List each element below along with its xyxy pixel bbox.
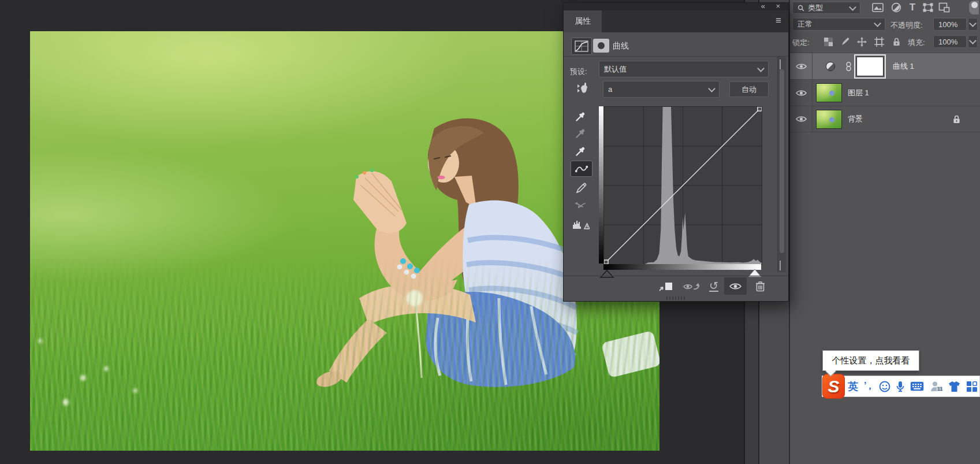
- fill-label: 填充:: [908, 38, 925, 48]
- sogou-logo-letter: S: [828, 377, 839, 396]
- blend-mode-value: 正常: [798, 19, 813, 29]
- filter-text-letter: T: [910, 2, 915, 13]
- layer-filter-dropdown[interactable]: 类型: [792, 2, 860, 14]
- chevron-down-icon: [874, 20, 881, 27]
- visibility-toggle[interactable]: [790, 53, 813, 79]
- black-point-eyedropper[interactable]: [571, 109, 591, 124]
- filter-pixel-layer-icon[interactable]: [871, 1, 885, 14]
- layer-name[interactable]: 曲线 1: [893, 61, 914, 72]
- fill-value: 100%: [938, 38, 957, 46]
- opacity-dropdown-button[interactable]: [968, 18, 978, 31]
- tab-properties[interactable]: 属性: [564, 10, 602, 32]
- curves-adjustment-badge: [571, 38, 592, 55]
- filter-toggle-switch[interactable]: [969, 1, 979, 14]
- layer-thumbnail[interactable]: [816, 110, 842, 129]
- photoshop-window: 类型 T 正常 不透明度: 100% 锁定:: [0, 0, 980, 464]
- panel-tab-bar: 属性 ≡: [564, 10, 788, 32]
- targeted-adjustment-tool[interactable]: [571, 80, 592, 96]
- background-lock-icon[interactable]: [953, 115, 960, 124]
- auto-button[interactable]: 自动: [729, 81, 769, 97]
- sogou-logo[interactable]: S: [822, 374, 845, 399]
- mask-icon[interactable]: [593, 39, 609, 53]
- curve-point-tool[interactable]: [571, 161, 593, 177]
- visibility-toggle[interactable]: [790, 80, 813, 106]
- reset-glyph: ↺: [709, 281, 718, 292]
- chevron-down-icon: [757, 65, 765, 72]
- layer-name[interactable]: 图层 1: [848, 88, 869, 98]
- filter-text-layer-icon[interactable]: T: [906, 1, 919, 14]
- panel-menu-icon[interactable]: ≡: [776, 15, 781, 27]
- output-gradient-bar: [599, 106, 603, 263]
- ime-tooltip[interactable]: 个性设置，点我看看: [822, 350, 919, 371]
- chevron-down-icon: [849, 3, 856, 11]
- layer-mask-thumbnail[interactable]: [856, 57, 884, 76]
- search-icon: [798, 5, 804, 12]
- layer-row-background[interactable]: 背景: [790, 106, 980, 132]
- properties-panel: « × 属性 ≡ 曲线 预设: 默认值: [563, 2, 789, 302]
- keyboard-icon[interactable]: [910, 381, 924, 391]
- preset-value: 默认值: [604, 64, 627, 75]
- fill-dropdown-button[interactable]: [968, 35, 978, 48]
- lock-label: 锁定:: [792, 38, 810, 48]
- lock-artboard-icon[interactable]: [873, 35, 885, 48]
- layer-thumbnail[interactable]: [816, 83, 842, 102]
- microphone-icon[interactable]: [896, 381, 904, 392]
- chevron-down-icon: [708, 85, 716, 92]
- gray-point-eyedropper[interactable]: [571, 125, 591, 140]
- ime-mode-english[interactable]: 英: [848, 380, 858, 394]
- filter-shape-layer-icon[interactable]: [921, 1, 936, 14]
- scrollbar-thumb[interactable]: [780, 69, 784, 253]
- channel-value: a: [608, 85, 612, 94]
- panel-resize-grip[interactable]: [666, 296, 685, 300]
- punctuation-icon[interactable]: ’，: [864, 380, 873, 392]
- visibility-toggle[interactable]: [790, 106, 813, 132]
- ime-tooltip-text: 个性设置，点我看看: [832, 355, 910, 366]
- adjustment-type-label: 曲线: [613, 41, 629, 51]
- skin-icon[interactable]: [948, 381, 960, 392]
- channel-dropdown[interactable]: a: [603, 81, 720, 98]
- close-panel-icon[interactable]: ×: [776, 2, 780, 10]
- opacity-label: 不透明度:: [890, 20, 923, 31]
- histogram-clipping-warning[interactable]: [571, 217, 591, 232]
- filter-adjustment-layer-icon[interactable]: [889, 1, 903, 14]
- lock-position-icon[interactable]: [855, 35, 868, 48]
- opacity-input[interactable]: 100%: [933, 18, 967, 31]
- pencil-tool[interactable]: [571, 180, 591, 195]
- smooth-curve-tool[interactable]: [571, 198, 591, 213]
- lock-image-pixels-icon[interactable]: [839, 35, 852, 48]
- curves-grid[interactable]: [603, 106, 762, 265]
- curves-adjustment-icon: [825, 61, 836, 72]
- input-gradient-bar: [603, 264, 761, 270]
- blend-mode-dropdown[interactable]: 正常: [792, 18, 885, 31]
- ime-toolbar: 英 ’， 11: [822, 376, 980, 397]
- layer-row-layer-1[interactable]: 图层 1: [790, 80, 980, 106]
- layer-row-curves-1[interactable]: 曲线 1: [790, 53, 980, 79]
- emoji-icon[interactable]: [879, 381, 890, 392]
- view-previous-state-icon[interactable]: [681, 279, 702, 294]
- fill-input[interactable]: 100%: [933, 35, 967, 48]
- scroll-down-icon[interactable]: [780, 261, 781, 269]
- tab-label: 属性: [575, 16, 591, 27]
- layer-filter-value: 类型: [808, 3, 823, 13]
- black-point-slider[interactable]: [598, 269, 616, 279]
- auto-button-label: 自动: [741, 84, 757, 95]
- opacity-value: 100%: [938, 20, 957, 29]
- properties-scrollbar[interactable]: [777, 57, 786, 272]
- white-point-eyedropper[interactable]: [571, 143, 591, 158]
- mask-link-icon[interactable]: [845, 62, 852, 71]
- toggle-layer-visibility-button[interactable]: [724, 277, 747, 295]
- lock-transparent-pixels-icon[interactable]: [822, 35, 834, 48]
- account-icon[interactable]: 11: [930, 381, 942, 392]
- clip-to-layer-icon[interactable]: [656, 279, 676, 294]
- filter-smart-object-icon[interactable]: [937, 1, 952, 14]
- toolbox-icon[interactable]: [966, 381, 978, 392]
- preset-dropdown[interactable]: 默认值: [599, 61, 769, 77]
- preset-label: 预设:: [570, 66, 587, 77]
- scroll-up-icon[interactable]: [780, 60, 781, 68]
- lock-all-icon[interactable]: [890, 35, 903, 48]
- layer-name[interactable]: 背景: [848, 114, 863, 124]
- reset-icon[interactable]: ↺: [706, 278, 721, 294]
- collapse-panel-icon[interactable]: «: [761, 2, 765, 10]
- delete-adjustment-icon[interactable]: [751, 279, 769, 294]
- panel-titlebar[interactable]: « ×: [564, 3, 788, 10]
